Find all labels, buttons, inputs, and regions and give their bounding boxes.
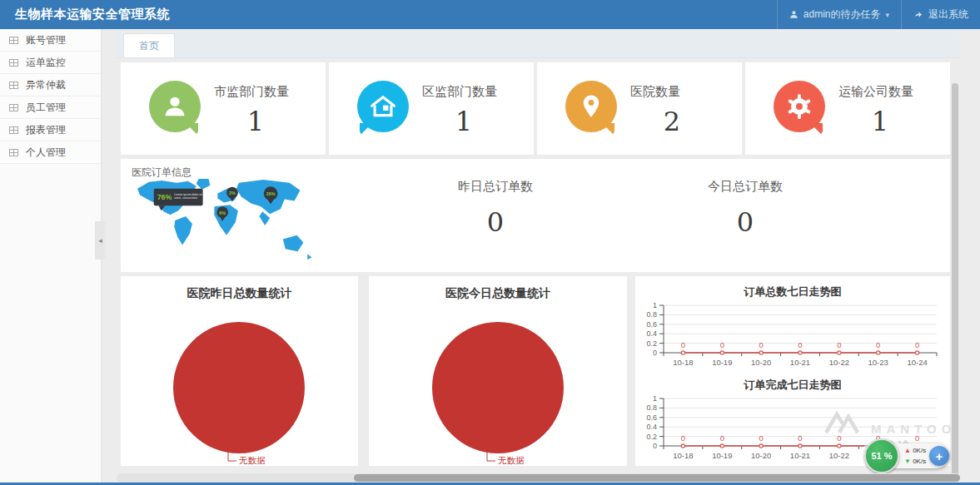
horizontal-scrollbar[interactable] bbox=[354, 474, 960, 482]
chart-title: 订单总数七日走势图 bbox=[635, 285, 950, 299]
svg-text:10-22: 10-22 bbox=[829, 451, 849, 460]
line-chart-order-total: 00.20.40.60.81000000010-1810-1910-2010-2… bbox=[635, 299, 950, 373]
svg-text:0: 0 bbox=[653, 442, 657, 450]
svg-text:0: 0 bbox=[837, 433, 841, 443]
svg-text:0: 0 bbox=[798, 433, 802, 443]
todo-menu[interactable]: admin的待办任务 ▾ bbox=[777, 0, 901, 29]
location-pin-icon bbox=[565, 81, 617, 132]
table-icon bbox=[9, 82, 18, 89]
todo-label: admin的待办任务 bbox=[803, 7, 881, 22]
svg-text:0: 0 bbox=[720, 433, 724, 443]
svg-text:无数据: 无数据 bbox=[239, 455, 266, 465]
svg-text:0: 0 bbox=[915, 340, 919, 349]
arrow-down-icon: ▼ bbox=[904, 458, 911, 465]
user-icon bbox=[789, 10, 798, 19]
world-map: 76% Lorem ipsum dolor sit amet, consecte… bbox=[132, 176, 329, 265]
stat-value: 1 bbox=[422, 106, 505, 137]
svg-text:amet, consectetur: amet, consectetur bbox=[174, 196, 198, 200]
sidebar-item-accounts[interactable]: 账号管理 bbox=[0, 29, 101, 52]
tab-home[interactable]: 首页 bbox=[123, 33, 175, 57]
svg-text:0.2: 0.2 bbox=[646, 339, 657, 348]
svg-text:10-22: 10-22 bbox=[829, 358, 849, 367]
sidebar-item-staff[interactable]: 员工管理 bbox=[0, 97, 101, 119]
today-orders-label: 今日总订单数 bbox=[620, 179, 870, 195]
percent-badge[interactable]: 51 % bbox=[864, 438, 899, 473]
svg-text:1: 1 bbox=[653, 394, 657, 403]
logout-label: 退出系统 bbox=[928, 7, 968, 22]
stat-label: 运输公司数量 bbox=[838, 84, 913, 100]
sidebar-item-waybill-monitor[interactable]: 运单监控 bbox=[0, 52, 101, 74]
sidebar-collapse-toggle[interactable]: ◂ bbox=[95, 221, 106, 260]
tab-home-label: 首页 bbox=[139, 39, 159, 53]
today-orders-value: 0 bbox=[620, 206, 870, 238]
svg-text:0.2: 0.2 bbox=[646, 433, 657, 441]
svg-text:0: 0 bbox=[759, 433, 763, 443]
stat-label: 区监部门数量 bbox=[422, 84, 497, 100]
percent-value: 51 % bbox=[871, 451, 892, 461]
sidebar-item-label: 运单监控 bbox=[26, 56, 66, 70]
svg-text:10-20: 10-20 bbox=[751, 451, 771, 460]
app-header: 生物样本运输安全管理系统 admin的待办任务 ▾ 退出系统 bbox=[0, 0, 980, 29]
stat-value: 1 bbox=[214, 106, 297, 137]
arrow-up-icon: ▲ bbox=[904, 447, 911, 454]
sidebar-item-label: 异常仲裁 bbox=[26, 78, 66, 92]
svg-text:26%: 26% bbox=[266, 191, 276, 196]
stat-card-district-dept: 区监部门数量 1 bbox=[329, 62, 534, 155]
svg-text:6%: 6% bbox=[219, 210, 226, 215]
sidebar-item-reports[interactable]: 报表管理 bbox=[0, 119, 101, 141]
hospital-orders-panel: 医院订单信息 76% Lorem ips bbox=[121, 159, 950, 272]
plus-button[interactable]: + bbox=[929, 446, 949, 466]
svg-text:Lorem ipsum dolor sit: Lorem ipsum dolor sit bbox=[174, 193, 202, 196]
vertical-scrollbar[interactable] bbox=[952, 83, 958, 481]
svg-text:0.6: 0.6 bbox=[646, 413, 657, 422]
user-icon bbox=[149, 81, 201, 132]
svg-text:2%: 2% bbox=[229, 191, 236, 195]
logout-arrow-icon bbox=[913, 10, 923, 19]
svg-text:0: 0 bbox=[681, 340, 685, 349]
svg-text:1: 1 bbox=[653, 301, 657, 309]
svg-text:0: 0 bbox=[759, 340, 763, 349]
chart-title: 医院今日总数量统计 bbox=[369, 276, 627, 301]
pie-chart-yesterday: 无数据 bbox=[121, 301, 358, 466]
svg-text:10-18: 10-18 bbox=[673, 451, 693, 460]
logout-button[interactable]: 退出系统 bbox=[901, 0, 980, 29]
sidebar-item-label: 账号管理 bbox=[26, 33, 66, 47]
sidebar-item-label: 个人管理 bbox=[26, 146, 66, 160]
upload-speed: 0K/s bbox=[913, 447, 926, 454]
svg-text:0: 0 bbox=[837, 340, 841, 349]
sidebar-item-exception-arbitration[interactable]: 异常仲裁 bbox=[0, 74, 101, 97]
today-orders: 今日总订单数 0 bbox=[620, 159, 870, 272]
house-icon bbox=[357, 81, 409, 132]
svg-text:0.6: 0.6 bbox=[646, 320, 657, 329]
svg-text:10-19: 10-19 bbox=[712, 358, 732, 367]
stat-card-hospitals: 医院数量 2 bbox=[537, 62, 742, 155]
pie-panel-today: 医院今日总数量统计 无数据 bbox=[369, 276, 627, 466]
svg-text:0.8: 0.8 bbox=[646, 403, 657, 412]
speed-monitor-widget: ▲ 0K/s ▼ 0K/s + 51 % bbox=[864, 438, 951, 473]
stat-label: 医院数量 bbox=[630, 84, 680, 100]
page: 生物样本运输安全管理系统 admin的待办任务 ▾ 退出系统 账号管理 运单监控… bbox=[0, 0, 980, 485]
svg-text:0: 0 bbox=[798, 340, 802, 349]
svg-text:10-21: 10-21 bbox=[790, 451, 810, 460]
svg-text:0.8: 0.8 bbox=[646, 310, 657, 319]
chevron-down-icon: ▾ bbox=[885, 11, 889, 19]
svg-text:0: 0 bbox=[653, 349, 657, 357]
svg-text:76%: 76% bbox=[157, 193, 172, 201]
table-icon bbox=[9, 149, 18, 156]
svg-text:0: 0 bbox=[681, 433, 685, 443]
download-speed: 0K/s bbox=[913, 458, 926, 465]
svg-text:0.4: 0.4 bbox=[646, 423, 657, 431]
tab-bar: 首页 bbox=[117, 33, 959, 58]
plus-icon: + bbox=[936, 449, 943, 463]
app-title: 生物样本运输安全管理系统 bbox=[0, 7, 170, 22]
line-charts-panel: 订单总数七日走势图 00.20.40.60.81000000010-1810-1… bbox=[635, 276, 950, 466]
stat-card-city-dept: 市监部门数量 1 bbox=[121, 62, 326, 155]
table-icon bbox=[9, 104, 18, 111]
svg-text:10-23: 10-23 bbox=[868, 358, 888, 367]
yesterday-orders-label: 昨日总订单数 bbox=[371, 179, 620, 195]
chart-title: 订单完成七日走势图 bbox=[635, 378, 950, 393]
sidebar-item-personal[interactable]: 个人管理 bbox=[0, 141, 101, 164]
table-icon bbox=[9, 59, 18, 67]
svg-text:0: 0 bbox=[876, 340, 880, 349]
svg-text:10-18: 10-18 bbox=[673, 358, 693, 367]
